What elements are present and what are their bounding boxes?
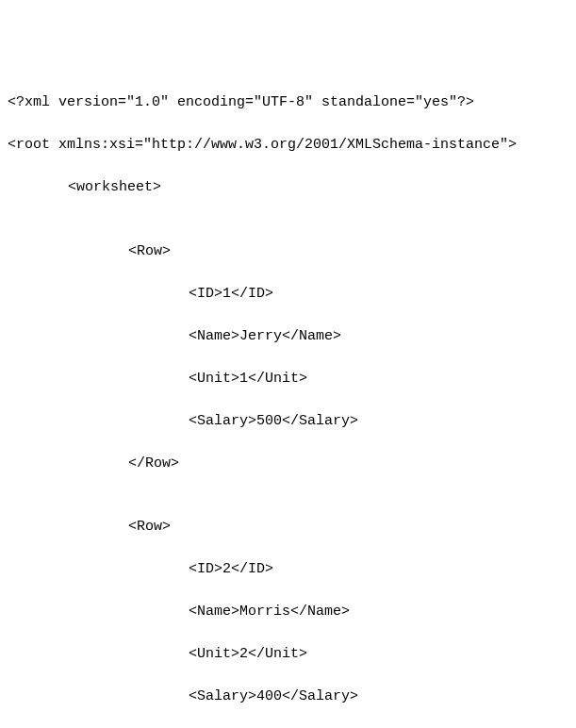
worksheet-open: <worksheet> xyxy=(8,177,568,199)
row-id: <ID>1</ID> xyxy=(8,284,568,306)
xml-declaration: <?xml version="1.0" encoding="UTF-8" sta… xyxy=(8,92,568,114)
row-open: <Row> xyxy=(8,517,568,538)
row-name: <Name>Morris</Name> xyxy=(8,602,568,623)
row-unit: <Unit>2</Unit> xyxy=(8,644,568,666)
row-unit: <Unit>1</Unit> xyxy=(8,369,568,390)
row-close: </Row> xyxy=(8,454,568,475)
root-open: <root xmlns:xsi="http://www.w3.org/2001/… xyxy=(8,135,568,157)
row-salary: <Salary>400</Salary> xyxy=(8,687,568,708)
row-open: <Row> xyxy=(8,241,568,263)
row-salary: <Salary>500</Salary> xyxy=(8,411,568,433)
row-id: <ID>2</ID> xyxy=(8,559,568,581)
row-name: <Name>Jerry</Name> xyxy=(8,326,568,348)
